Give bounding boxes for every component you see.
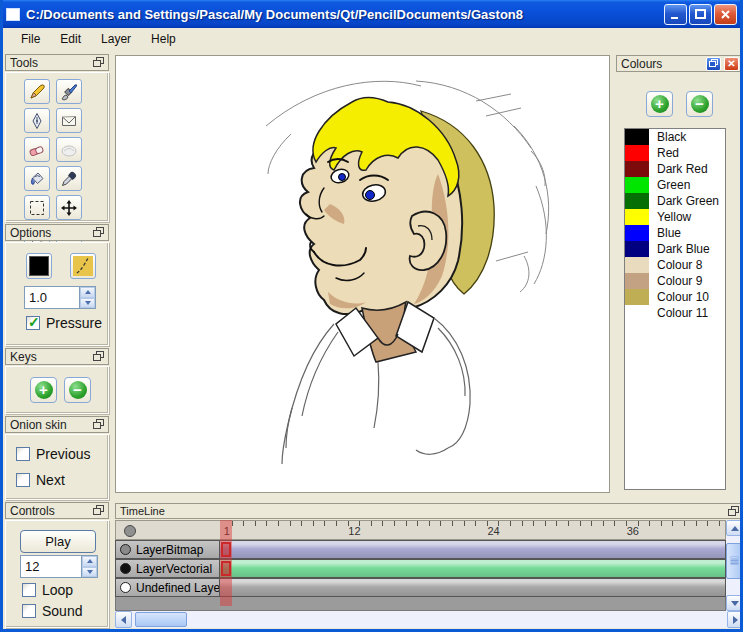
float-panel-icon[interactable] <box>93 505 104 516</box>
menu-file[interactable]: File <box>11 29 50 49</box>
fps-spinner[interactable]: 12 <box>20 555 98 578</box>
colour-item[interactable]: Dark Green <box>625 193 725 209</box>
titlebar[interactable]: C:/Documents and Settings/Pascal/My Docu… <box>0 0 743 28</box>
minimize-button[interactable] <box>664 4 687 25</box>
size-spinner[interactable]: 1.0 <box>24 286 96 309</box>
eraser-tool-button[interactable] <box>24 137 50 162</box>
ruler-number: 24 <box>487 525 499 537</box>
layer-visibility-icon[interactable] <box>120 544 131 555</box>
pencil-tool-button[interactable] <box>24 79 50 104</box>
timeline-hscroll-track[interactable] <box>115 611 743 628</box>
timeline-ruler[interactable]: 1122436 <box>115 520 726 540</box>
layer-label[interactable]: LayerBitmap <box>115 540 220 559</box>
keys-panel-header[interactable]: Keys <box>5 348 109 365</box>
sound-label: Sound <box>42 603 82 619</box>
colour-item[interactable]: Colour 8 <box>625 257 725 273</box>
spin-up-icon[interactable] <box>82 556 97 567</box>
next-checkbox-box[interactable] <box>16 473 30 487</box>
colours-panel-header[interactable]: Colours ✕ <box>616 55 743 72</box>
layer-track[interactable] <box>220 559 726 578</box>
close-panel-icon[interactable]: ✕ <box>724 57 739 71</box>
previous-checkbox[interactable]: Previous <box>16 446 90 462</box>
menu-help[interactable]: Help <box>141 29 186 49</box>
app-icon <box>6 8 20 21</box>
scroll-up-icon[interactable] <box>726 520 743 536</box>
colour-swatch-button[interactable] <box>26 253 52 279</box>
onion-skin-panel-header[interactable]: Onion skin <box>5 416 109 433</box>
remove-key-button[interactable]: − <box>64 377 91 403</box>
layer-track[interactable] <box>220 540 726 559</box>
timeline-layer-row[interactable]: LayerBitmap <box>115 540 726 559</box>
timeline-layer-row[interactable]: Undefined Layer <box>115 578 726 597</box>
remove-colour-button[interactable]: − <box>686 91 713 117</box>
colour-item[interactable]: Colour 11 <box>625 305 725 321</box>
sound-checkbox-box[interactable] <box>22 604 36 618</box>
colour-item[interactable]: Black <box>625 129 725 145</box>
play-button-label: Play <box>45 534 70 549</box>
colour-item[interactable]: Dark Red <box>625 161 725 177</box>
spin-down-icon[interactable] <box>80 298 95 309</box>
timeline-empty-area <box>115 597 726 611</box>
colour-item[interactable]: Dark Blue <box>625 241 725 257</box>
layer-label[interactable]: Undefined Layer <box>115 578 220 597</box>
colour-item[interactable]: Blue <box>625 225 725 241</box>
menu-edit[interactable]: Edit <box>50 29 91 49</box>
add-key-button[interactable]: + <box>30 377 57 403</box>
select-tool-button[interactable] <box>24 195 50 220</box>
timeline-layer-row[interactable]: LayerVectorial <box>115 559 726 578</box>
timeline-hscroll-thumb[interactable] <box>135 612 187 627</box>
move-tool-button[interactable] <box>56 195 82 220</box>
eyedropper-tool-button[interactable] <box>56 166 82 191</box>
previous-checkbox-box[interactable] <box>16 447 30 461</box>
polyline-icon <box>60 112 78 130</box>
controls-panel-header[interactable]: Controls <box>5 502 109 519</box>
timeline-panel-header[interactable]: TimeLine <box>115 503 743 519</box>
brush-tool-button[interactable] <box>56 79 82 104</box>
spin-down-icon[interactable] <box>82 567 97 578</box>
colour-label: Colour 11 <box>649 306 708 320</box>
float-panel-icon[interactable] <box>93 419 104 430</box>
colour-item[interactable]: Colour 10 <box>625 289 725 305</box>
colour-swatch <box>625 193 649 209</box>
float-panel-icon[interactable] <box>93 57 104 68</box>
loop-checkbox-box[interactable] <box>22 583 36 597</box>
options-panel-header[interactable]: Options <box>5 224 109 241</box>
float-panel-icon[interactable] <box>93 227 104 238</box>
tools-panel-header[interactable]: Tools <box>5 54 109 71</box>
colour-item[interactable]: Colour 9 <box>625 273 725 289</box>
pen-tool-button[interactable] <box>24 108 50 133</box>
colour-item[interactable]: Yellow <box>625 209 725 225</box>
maximize-button[interactable] <box>689 4 712 25</box>
spin-up-icon[interactable] <box>80 287 95 298</box>
float-panel-icon[interactable] <box>728 506 739 517</box>
bucket-tool-button[interactable] <box>24 166 50 191</box>
add-colour-button[interactable]: + <box>646 91 673 117</box>
playhead-marker[interactable] <box>220 520 232 606</box>
layer-track[interactable] <box>220 578 726 597</box>
pressure-checkbox[interactable]: Pressure <box>26 315 102 331</box>
play-button[interactable]: Play <box>20 530 96 553</box>
colour-list: BlackRedDark RedGreenDark GreenYellowBlu… <box>624 128 726 490</box>
loop-checkbox[interactable]: Loop <box>22 582 73 598</box>
menu-layer[interactable]: Layer <box>91 29 141 49</box>
layer-visibility-icon[interactable] <box>120 582 131 593</box>
stroke-preview-button[interactable] <box>70 253 96 279</box>
scroll-right-icon[interactable] <box>727 611 743 628</box>
smudge-tool-button[interactable] <box>56 137 82 162</box>
next-checkbox[interactable]: Next <box>16 472 65 488</box>
pressure-checkbox-box[interactable] <box>26 316 40 330</box>
close-button[interactable] <box>714 4 737 25</box>
layer-label[interactable]: LayerVectorial <box>115 559 220 578</box>
scroll-left-icon[interactable] <box>115 611 132 628</box>
polyline-tool-button[interactable] <box>56 108 82 133</box>
timeline-vscroll-thumb[interactable] <box>726 543 743 579</box>
add-key-icon: + <box>35 381 53 399</box>
sound-checkbox[interactable]: Sound <box>22 603 82 619</box>
scroll-down-icon[interactable] <box>726 595 743 611</box>
float-panel-icon[interactable] <box>93 351 104 362</box>
colour-item[interactable]: Green <box>625 177 725 193</box>
drawing-canvas[interactable] <box>115 55 610 493</box>
layer-visibility-icon[interactable] <box>120 563 131 574</box>
colour-item[interactable]: Red <box>625 145 725 161</box>
float-panel-icon[interactable] <box>706 57 721 71</box>
